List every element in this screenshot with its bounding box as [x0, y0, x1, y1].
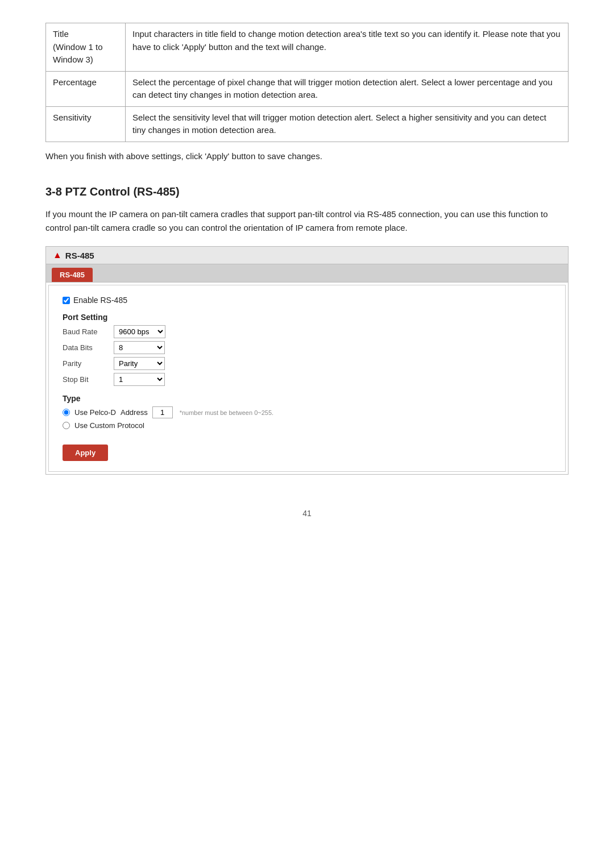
stop-bit-label: Stop Bit	[63, 375, 114, 384]
parity-row: Parity Parity None Odd Even	[63, 357, 551, 370]
address-input[interactable]	[152, 406, 173, 418]
baud-rate-label: Baud Rate	[63, 327, 114, 336]
baud-rate-row: Baud Rate 9600 bps 4800 bps 19200 bps	[63, 325, 551, 338]
rs485-widget: ▲ RS-485 RS-485 Enable RS-485 Port Setti…	[45, 246, 569, 475]
table-row: SensitivitySelect the sensitivity level …	[46, 106, 569, 142]
section-description: If you mount the IP camera on pan-tilt c…	[45, 207, 569, 235]
port-setting-heading: Port Setting	[63, 313, 551, 322]
pelco-d-label: Use Pelco-D	[74, 408, 116, 417]
stop-bit-select[interactable]: 1 2	[114, 373, 165, 386]
custom-protocol-row: Use Custom Protocol	[63, 421, 551, 430]
apply-button[interactable]: Apply	[63, 445, 108, 461]
apply-note: When you finish with above settings, cli…	[45, 150, 569, 163]
type-section: Type Use Pelco-D Address *number must be…	[63, 394, 551, 430]
parity-select[interactable]: Parity None Odd Even	[114, 357, 165, 370]
enable-row: Enable RS-485	[63, 296, 551, 305]
pelco-d-row: Use Pelco-D Address *number must be betw…	[63, 406, 551, 418]
data-bits-label: Data Bits	[63, 343, 114, 352]
row-description: Input characters in title field to chang…	[126, 23, 569, 72]
section-heading: 3-8 PTZ Control (RS-485)	[45, 185, 569, 198]
data-bits-row: Data Bits 8 7	[63, 341, 551, 354]
rs485-tab-bar: RS-485	[46, 264, 568, 283]
baud-rate-select[interactable]: 9600 bps 4800 bps 19200 bps	[114, 325, 165, 338]
row-description: Select the percentage of pixel change th…	[126, 71, 569, 106]
rs485-content: Enable RS-485 Port Setting Baud Rate 960…	[48, 285, 566, 472]
page-number: 41	[45, 509, 569, 518]
pelco-d-radio[interactable]	[63, 409, 70, 416]
rs485-title-bar: ▲ RS-485	[46, 247, 568, 264]
motion-detection-table: Title(Window 1 toWindow 3)Input characte…	[45, 23, 569, 142]
data-bits-select[interactable]: 8 7	[114, 341, 165, 354]
row-label: Title(Window 1 toWindow 3)	[46, 23, 126, 72]
enable-checkbox[interactable]	[63, 297, 70, 304]
enable-label: Enable RS-485	[73, 296, 127, 305]
parity-label: Parity	[63, 359, 114, 368]
row-description: Select the sensitivity level that will t…	[126, 106, 569, 142]
type-heading: Type	[63, 394, 551, 403]
custom-protocol-label: Use Custom Protocol	[74, 421, 144, 430]
address-label: Address	[121, 408, 148, 417]
port-setting-section: Port Setting Baud Rate 9600 bps 4800 bps…	[63, 313, 551, 386]
stop-bit-row: Stop Bit 1 2	[63, 373, 551, 386]
row-label: Sensitivity	[46, 106, 126, 142]
row-label: Percentage	[46, 71, 126, 106]
custom-protocol-radio[interactable]	[63, 422, 70, 429]
warning-icon: ▲	[53, 250, 62, 260]
table-row: PercentageSelect the percentage of pixel…	[46, 71, 569, 106]
table-row: Title(Window 1 toWindow 3)Input characte…	[46, 23, 569, 72]
rs485-tab[interactable]: RS-485	[52, 268, 93, 282]
address-hint: *number must be between 0~255.	[180, 409, 273, 416]
rs485-title: RS-485	[65, 251, 94, 260]
